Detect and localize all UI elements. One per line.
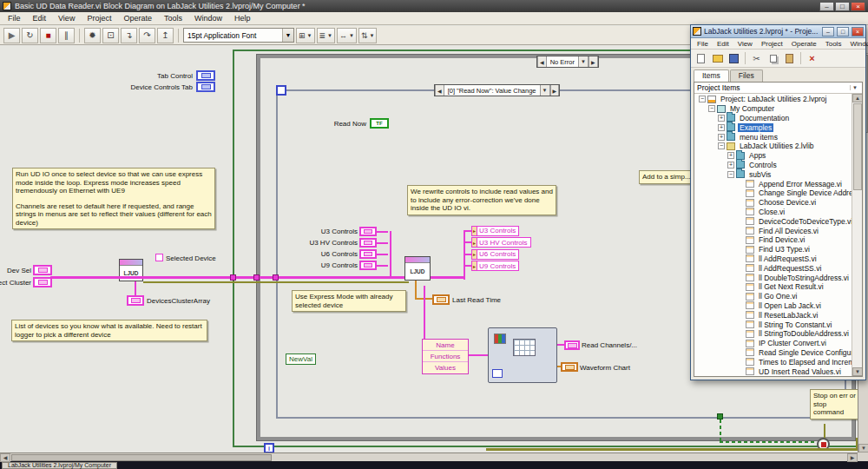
cluster-terminal[interactable] <box>359 261 377 270</box>
newval-event-data-node[interactable]: NewVal <box>286 353 316 365</box>
tree-row[interactable]: My Computer <box>695 104 850 114</box>
dev-sel-terminal[interactable] <box>33 265 52 275</box>
horizontal-scroll-thumb[interactable] <box>11 454 272 461</box>
expand-collapse-icon[interactable] <box>718 115 725 122</box>
tab-items[interactable]: Items <box>694 69 729 82</box>
project-items-header[interactable]: Project Items ▼ <box>694 83 862 94</box>
tree-row[interactable]: Change Single Device Address.vi <box>695 188 850 198</box>
expand-collapse-icon[interactable] <box>699 96 706 102</box>
expand-collapse-icon[interactable] <box>718 124 725 131</box>
ljud-io-node-2[interactable]: LJUD <box>404 256 431 281</box>
close-button[interactable]: × <box>851 2 865 11</box>
loop-iteration-terminal[interactable]: i <box>264 443 274 452</box>
ud-select-cluster-terminal[interactable] <box>33 277 52 287</box>
pause-button[interactable]: ∥ <box>58 28 75 43</box>
pe-close-button[interactable]: × <box>852 27 864 36</box>
tree-scroll-down-icon[interactable]: ▼ <box>852 367 863 376</box>
run-button[interactable]: ▶ <box>3 28 20 43</box>
tree-row[interactable]: DeviceCodeToDeviceType.vi <box>695 216 850 226</box>
menu-item[interactable]: Operate <box>117 13 158 23</box>
step-over-button[interactable]: ↷ <box>139 28 155 43</box>
u-control-input-row[interactable]: U3 Controls <box>286 226 388 237</box>
event-timeout-terminal[interactable] <box>276 85 286 96</box>
tree-row[interactable]: Find Device.vi <box>695 235 850 245</box>
reorder-dropdown[interactable]: ⇅▼ <box>358 28 378 43</box>
paste-button[interactable] <box>782 51 797 66</box>
tree-row[interactable]: Close.vi <box>695 208 850 217</box>
tree-row[interactable]: ll AddRequestSS.vi <box>695 263 850 273</box>
new-file-button[interactable] <box>694 51 708 66</box>
retain-wire-values-button[interactable]: ⊡ <box>102 28 119 43</box>
cluster-terminal[interactable] <box>359 238 377 248</box>
case-next-arrow-icon[interactable]: ▶ <box>589 56 598 67</box>
tree-row[interactable]: UD Insert Read Values.vi <box>695 367 850 376</box>
menu-item[interactable]: Edit <box>27 13 53 23</box>
delete-button[interactable]: × <box>805 51 819 66</box>
read-now-terminal[interactable] <box>370 118 389 129</box>
device-controls-tab-terminal[interactable] <box>196 82 215 92</box>
expand-collapse-icon[interactable] <box>727 152 734 159</box>
tab-files[interactable]: Files <box>730 69 763 82</box>
tree-row[interactable]: Find U3 Type.vi <box>695 245 850 254</box>
menu-item[interactable]: File <box>2 13 27 23</box>
express-vi-node[interactable] <box>488 327 557 383</box>
tree-row[interactable]: ll DoubleToStringAddress.vi <box>695 273 850 282</box>
step-into-button[interactable]: ↴ <box>121 28 137 43</box>
pe-menu-item[interactable]: Project <box>757 40 787 48</box>
expand-collapse-icon[interactable] <box>727 162 734 168</box>
u-control-output-row[interactable]: U9 Controls <box>465 261 531 273</box>
save-button[interactable] <box>727 51 741 66</box>
tree-row[interactable]: Project: LabJack Utilities 2.lvproj <box>695 95 850 104</box>
pe-menu-item[interactable]: Window <box>845 40 868 48</box>
pe-menu-item[interactable]: Edit <box>713 40 733 48</box>
tree-row[interactable]: Documentation <box>695 114 850 123</box>
tree-row[interactable]: Append Error Message.vi <box>695 179 850 188</box>
name-functions-values-node[interactable]: NameFunctionsValues <box>422 339 469 374</box>
event-dropdown-arrow-icon[interactable]: ▼ <box>540 85 550 96</box>
u-control-input-row[interactable]: U6 Controls <box>286 248 388 260</box>
case-selector-label[interactable]: ◀ No Error ▼ ▶ <box>536 56 599 68</box>
pe-menu-item[interactable]: View <box>733 40 757 48</box>
highlight-execution-button[interactable]: ✹ <box>84 28 101 43</box>
tree-row[interactable]: menu items <box>695 132 850 142</box>
scroll-down-arrow-icon[interactable]: ▼ <box>858 444 868 452</box>
tab-control-terminal[interactable] <box>196 70 215 81</box>
cluster-terminal[interactable] <box>359 249 377 259</box>
read-channels-terminal[interactable] <box>564 340 580 350</box>
tree-row[interactable]: Apps <box>695 151 850 161</box>
u-control-output-row[interactable]: U3 Controls <box>465 225 531 237</box>
event-selector-label[interactable]: ◀ [0] "Read Now": Value Change ▼ ▶ <box>434 84 560 96</box>
u-control-input-row[interactable]: U3 HV Controls <box>286 237 388 248</box>
case-prev-arrow-icon[interactable]: ◀ <box>537 56 547 67</box>
tree-row[interactable]: ll String To Constant.vi <box>695 320 850 329</box>
tree-row[interactable]: Choose Device.vi <box>695 198 850 208</box>
menu-item[interactable]: Tools <box>158 13 188 23</box>
tree-scrollbar[interactable]: ▲ ▼ <box>852 94 862 376</box>
cluster-terminal[interactable] <box>359 227 377 236</box>
resize-objects-dropdown[interactable]: ↔▼ <box>337 28 357 43</box>
tree-row[interactable]: Read Single Device Configuratio... <box>695 348 850 358</box>
diagram-horizontal-scrollbar[interactable]: ◀ ▶ <box>0 452 858 461</box>
header-dropdown-arrow-icon[interactable]: ▼ <box>850 85 859 90</box>
case-dropdown-arrow-icon[interactable]: ▼ <box>578 56 589 67</box>
copy-button[interactable] <box>766 51 780 66</box>
pe-menu-item[interactable]: Operate <box>787 40 821 48</box>
menu-item[interactable]: Project <box>81 13 117 23</box>
pe-maximize-button[interactable]: □ <box>837 27 849 36</box>
menu-item[interactable]: Window <box>188 13 228 23</box>
waveform-chart-terminal[interactable] <box>561 362 578 372</box>
tree-row[interactable]: ll Go One.vi <box>695 292 850 301</box>
expand-collapse-icon[interactable] <box>727 171 734 178</box>
cut-button[interactable]: ✂ <box>749 51 764 66</box>
tree-row[interactable]: subVis <box>695 169 850 179</box>
pe-minimize-button[interactable]: – <box>822 27 834 36</box>
devices-cluster-array-terminal[interactable] <box>127 295 144 306</box>
menu-item[interactable]: View <box>52 13 81 23</box>
font-dropdown-arrow-icon[interactable]: ▼ <box>282 29 293 42</box>
expand-collapse-icon[interactable] <box>718 134 725 141</box>
u-control-output-row[interactable]: U3 HV Controls <box>465 237 531 249</box>
abort-button[interactable]: ■ <box>40 28 56 43</box>
u-control-output-row[interactable]: U6 Controls <box>465 248 531 261</box>
scroll-left-arrow-icon[interactable]: ◀ <box>0 453 10 462</box>
maximize-button[interactable]: □ <box>835 2 850 11</box>
